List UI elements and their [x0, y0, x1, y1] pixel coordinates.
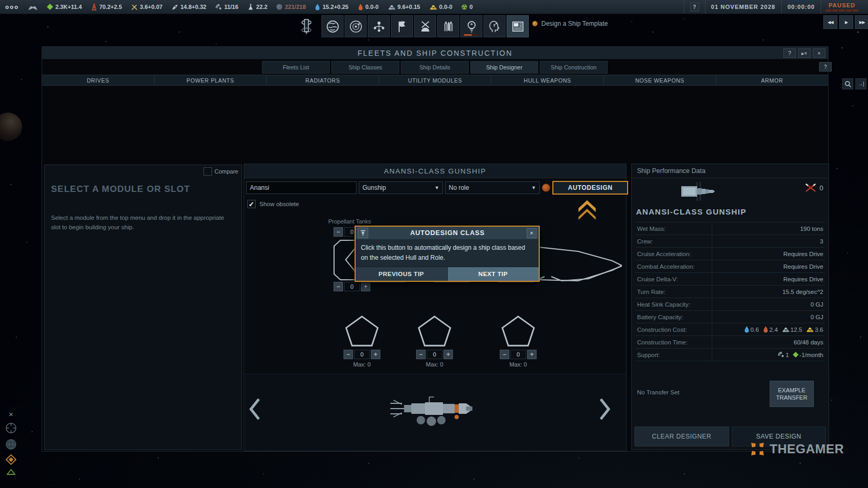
nations-icon: [396, 20, 409, 33]
perf-value: 60/48 days: [712, 336, 825, 348]
toolbar-earth-button[interactable]: [321, 15, 344, 37]
battery-max-label: Max: 0: [353, 361, 370, 368]
tab-ship-designer[interactable]: Ship Designer: [470, 61, 538, 74]
stepper-plus-button[interactable]: +: [443, 350, 453, 359]
tab-fleets-list[interactable]: Fleets List: [262, 61, 330, 74]
previous-hull-arrow[interactable]: [248, 398, 261, 421]
resource-mission-control[interactable]: 11/16: [215, 4, 238, 11]
stepper-minus-button[interactable]: −: [334, 282, 343, 291]
advisor-action[interactable]: Design a Ship Template: [532, 20, 608, 27]
landing-marker-icon[interactable]: [6, 469, 16, 475]
waypoint-diamond-icon[interactable]: [6, 454, 16, 465]
stepper-plus-button[interactable]: +: [527, 350, 537, 359]
resource-boost[interactable]: 14.8+0.32: [171, 4, 206, 11]
battery-slot[interactable]: −0+Max: 0: [403, 315, 466, 368]
perf-value: Requires Drive: [712, 248, 825, 260]
compare-checkbox[interactable]: [204, 167, 212, 176]
toolbar-councils-button[interactable]: [368, 15, 390, 37]
stepper-minus-button[interactable]: −: [500, 350, 509, 359]
tab-ship-details[interactable]: Ship Details: [401, 61, 469, 74]
ship-name-input[interactable]: [246, 181, 357, 194]
module-header-drives[interactable]: DRIVES: [42, 75, 155, 85]
toolbar-nations-button[interactable]: [391, 15, 413, 37]
stepper-plus-button[interactable]: +: [371, 350, 380, 359]
target-reticle-icon[interactable]: [5, 422, 17, 434]
scroll-up-chevron-icon[interactable]: [577, 198, 598, 220]
planet: [0, 113, 22, 141]
volatiles-icon: [763, 326, 769, 333]
next-tip-button[interactable]: NEXT TIP: [448, 267, 539, 281]
resource-faction[interactable]: [28, 3, 38, 11]
select-module-heading: SELECT A MODULE OR SLOT: [51, 184, 190, 195]
module-header-utility-modules[interactable]: UTILITY MODULES: [379, 75, 492, 85]
window-close-button[interactable]: ×: [813, 48, 825, 58]
show-obsolete-checkbox[interactable]: [247, 200, 256, 208]
close-icon[interactable]: ×: [9, 410, 14, 418]
councils-icon: [372, 20, 386, 33]
resource-volatiles[interactable]: 0.0-0: [358, 4, 379, 11]
window-detach-button[interactable]: ▸×: [798, 48, 811, 58]
hull-select[interactable]: Gunship ▼: [359, 181, 443, 194]
resource-operations[interactable]: 3.6+0.07: [131, 4, 163, 11]
resource-value: 14.8+0.32: [180, 4, 206, 10]
module-header-armor[interactable]: ARMOR: [716, 75, 828, 85]
fast-forward-button[interactable]: ▶▶: [855, 15, 868, 29]
tab-ship-construction[interactable]: Ship Construction: [540, 61, 608, 74]
window-help-button[interactable]: ?: [783, 48, 796, 58]
module-header-power-plants[interactable]: POWER PLANTS: [155, 75, 267, 85]
stepper-minus-button[interactable]: −: [416, 350, 426, 359]
main-menu-button[interactable]: ooo: [5, 4, 19, 10]
play-button[interactable]: ▶: [839, 15, 853, 29]
resource-value: 0: [469, 4, 472, 10]
resource-money[interactable]: 2.3K+11.4: [47, 4, 82, 10]
stepper-plus-button[interactable]: +: [361, 282, 370, 291]
resource-metals[interactable]: 9.6+0.15: [388, 4, 420, 10]
autodesign-button[interactable]: AUTODESIGN: [552, 181, 628, 195]
resource-nobles[interactable]: 0.0-0: [429, 4, 452, 10]
mission-control-icon: [215, 4, 222, 11]
toolbar-tech-tree-button[interactable]: [483, 15, 506, 37]
help-button[interactable]: ?: [690, 3, 699, 12]
toolbar-ship-template-button[interactable]: [507, 15, 529, 37]
battery-slot[interactable]: −0+Max: 0: [330, 315, 393, 368]
collapse-panel-button[interactable]: →|: [855, 78, 866, 89]
globe-icon[interactable]: [5, 438, 17, 451]
previous-tip-button[interactable]: PREVIOUS TIP: [356, 267, 448, 281]
battery-slot[interactable]: −0+Max: 0: [487, 315, 550, 368]
resource-research[interactable]: 22.2: [247, 4, 267, 11]
tooltip-close-button[interactable]: ×: [527, 228, 537, 238]
toolbar-intel-button[interactable]: [414, 15, 436, 37]
module-header-nose-weapons[interactable]: NOSE WEAPONS: [604, 75, 716, 85]
pin-tooltip-button[interactable]: [358, 228, 368, 238]
battery-max-label: Max: 0: [509, 361, 527, 368]
role-lock-toggle[interactable]: [542, 184, 550, 192]
toolbar-habitats-button[interactable]: [292, 15, 320, 38]
resource-fissiles[interactable]: ☢0: [461, 4, 473, 11]
game-speed-bars[interactable]: [825, 9, 859, 12]
rewind-button[interactable]: ◀◀: [823, 15, 837, 29]
example-transfer-button[interactable]: EXAMPLE TRANSFER: [770, 381, 814, 407]
performance-table-wrap: Wet Mass:190 tonsCrew:3Cruise Accelerati…: [635, 222, 825, 361]
next-hull-arrow[interactable]: [599, 398, 611, 421]
toolbar-fleets-button[interactable]: [437, 15, 459, 37]
module-header-radiators[interactable]: RADIATORS: [267, 75, 379, 85]
stepper-minus-button[interactable]: −: [334, 227, 343, 237]
chevron-down-icon: ▼: [435, 185, 439, 190]
map-side-icons: ×: [3, 410, 19, 475]
resource-control-points[interactable]: 221/218: [276, 4, 306, 10]
advisor-icon: [532, 21, 538, 26]
resource-water[interactable]: 15.2+0.25: [315, 4, 348, 11]
tabs-help-button[interactable]: ?: [819, 62, 832, 72]
toolbar-solar-system-button[interactable]: [345, 15, 367, 37]
cost-volatiles: 2.4: [763, 326, 778, 333]
module-header-hull-weapons[interactable]: HULL WEAPONS: [491, 75, 604, 85]
tech-tree-icon: [488, 20, 501, 33]
tab-ship-classes[interactable]: Ship Classes: [331, 61, 399, 74]
search-button[interactable]: [842, 78, 853, 89]
resource-influence[interactable]: 70.2+2.5: [91, 3, 122, 11]
pause-indicator[interactable]: PAUSED: [821, 0, 863, 14]
role-select[interactable]: No role ▼: [445, 181, 540, 194]
stepper-minus-button[interactable]: −: [344, 350, 353, 359]
clear-designer-button[interactable]: CLEAR DESIGNER: [634, 426, 729, 446]
toolbar-research-tree-button[interactable]: [460, 15, 482, 37]
